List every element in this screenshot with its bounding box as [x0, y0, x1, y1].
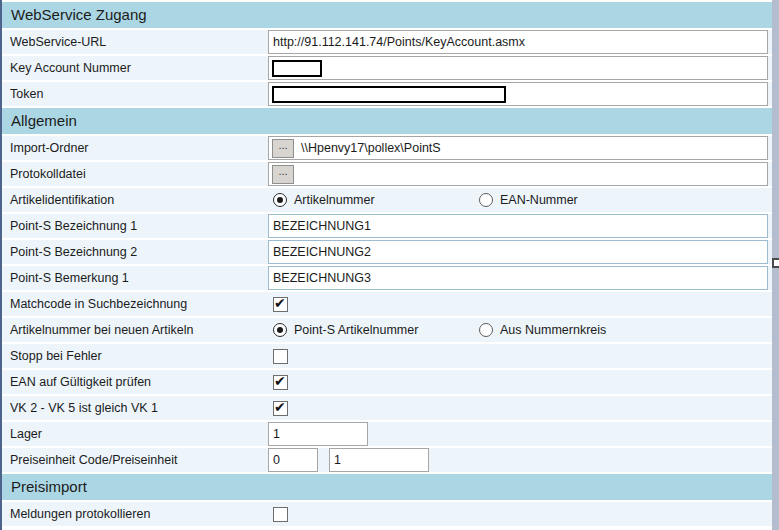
webservice-url-label: WebService-URL	[2, 35, 268, 49]
key-account-nummer-panel	[268, 56, 768, 80]
key-account-nummer-control	[268, 56, 768, 80]
row-matchcode: Matchcode in Suchbezeichnung ✔	[2, 292, 772, 316]
protokolldatei-panel: ...	[268, 162, 768, 186]
lager-control	[268, 422, 768, 446]
token-control	[268, 82, 768, 106]
bemerkung-1-input[interactable]	[268, 266, 768, 290]
token-label: Token	[2, 87, 268, 101]
webservice-url-input[interactable]	[268, 30, 768, 54]
lager-input[interactable]	[268, 422, 368, 446]
vk-gleich-label: VK 2 - VK 5 ist gleich VK 1	[2, 401, 268, 415]
ellipsis-icon: ...	[278, 139, 287, 151]
settings-form: WebService Zugang WebService-URL Key Acc…	[0, 0, 772, 530]
section-header-allgemein: Allgemein	[2, 108, 772, 134]
import-ordner-panel: ... \\Hpenvy17\pollex\PointS	[268, 136, 768, 160]
key-account-nummer-label: Key Account Nummer	[2, 61, 268, 75]
section-header-webservice: WebService Zugang	[2, 2, 772, 28]
protokolldatei-browse-button[interactable]: ...	[272, 165, 294, 184]
row-token: Token	[2, 82, 772, 106]
settings-page: WebService Zugang WebService-URL Key Acc…	[0, 0, 779, 530]
protokolldatei-label: Protokolldatei	[2, 167, 268, 181]
artikelnummer-radio[interactable]	[273, 193, 287, 207]
bezeichnung-1-control	[268, 214, 768, 238]
row-artikelnummer-neu: Artikelnummer bei neuen Artikeln Point-S…	[2, 318, 772, 342]
row-key-account-nummer: Key Account Nummer	[2, 56, 772, 80]
points-artikelnummer-option[interactable]: Point-S Artikelnummer	[273, 323, 479, 337]
bezeichnung-2-control	[268, 240, 768, 264]
matchcode-checkbox[interactable]: ✔	[273, 297, 288, 312]
scrollbar-handle[interactable]	[772, 258, 779, 268]
import-ordner-path: \\Hpenvy17\pollex\PointS	[301, 141, 441, 155]
row-preiseinheit: Preiseinheit Code/Preiseinheit	[2, 448, 772, 472]
row-import-ordner: Import-Ordner ... \\Hpenvy17\pollex\Poin…	[2, 136, 772, 160]
import-ordner-label: Import-Ordner	[2, 141, 268, 155]
ean-nummer-radio-label: EAN-Nummer	[500, 193, 578, 207]
preiseinheit-code-input[interactable]	[268, 448, 318, 472]
ean-pruefen-checkbox[interactable]: ✔	[273, 375, 288, 390]
bezeichnung-1-input[interactable]	[268, 214, 768, 238]
artikelnummer-neu-label: Artikelnummer bei neuen Artikeln	[2, 323, 268, 337]
points-artikelnummer-radio[interactable]	[273, 323, 287, 337]
bezeichnung-2-label: Point-S Bezeichnung 2	[2, 245, 268, 259]
meldungen-label: Meldungen protokollieren	[2, 507, 268, 521]
row-vk-gleich: VK 2 - VK 5 ist gleich VK 1 ✔	[2, 396, 772, 420]
artikelnummer-neu-control: Point-S Artikelnummer Aus Nummernkreis	[268, 318, 768, 342]
matchcode-control: ✔	[268, 292, 768, 316]
meldungen-control: ✔	[268, 502, 768, 526]
vk-gleich-control: ✔	[268, 396, 768, 420]
bezeichnung-2-input[interactable]	[268, 240, 768, 264]
ean-nummer-option[interactable]: EAN-Nummer	[479, 193, 578, 207]
aus-nummernkreis-option[interactable]: Aus Nummernkreis	[479, 323, 606, 337]
ean-pruefen-label: EAN auf Gültigkeit prüfen	[2, 375, 268, 389]
preiseinheit-control	[268, 448, 768, 472]
lager-label: Lager	[2, 427, 268, 441]
token-panel	[268, 82, 768, 106]
protokolldatei-control: ...	[268, 162, 768, 186]
stopp-bei-fehler-checkbox[interactable]: ✔	[273, 349, 288, 364]
row-bezeichnung-2: Point-S Bezeichnung 2	[2, 240, 772, 264]
check-icon: ✔	[274, 295, 286, 311]
row-artikelidentifikation: Artikelidentifikation Artikelnummer EAN-…	[2, 188, 772, 212]
preiseinheit-label: Preiseinheit Code/Preiseinheit	[2, 453, 268, 467]
meldungen-checkbox[interactable]: ✔	[273, 507, 288, 522]
bemerkung-1-control	[268, 266, 768, 290]
key-account-nummer-input[interactable]	[272, 60, 322, 77]
import-ordner-control: ... \\Hpenvy17\pollex\PointS	[268, 136, 768, 160]
bezeichnung-1-label: Point-S Bezeichnung 1	[2, 219, 268, 233]
row-lager: Lager	[2, 422, 772, 446]
check-icon: ✔	[274, 373, 286, 389]
aus-nummernkreis-radio[interactable]	[479, 323, 493, 337]
artikelidentifikation-label: Artikelidentifikation	[2, 193, 268, 207]
preiseinheit-einheit-input[interactable]	[329, 448, 429, 472]
vk-gleich-checkbox[interactable]: ✔	[273, 401, 288, 416]
webservice-url-control	[268, 30, 768, 54]
stopp-bei-fehler-control: ✔	[268, 344, 768, 368]
aus-nummernkreis-radio-label: Aus Nummernkreis	[500, 323, 606, 337]
bemerkung-1-label: Point-S Bemerkung 1	[2, 271, 268, 285]
artikelnummer-radio-label: Artikelnummer	[294, 193, 375, 207]
row-stopp-bei-fehler: Stopp bei Fehler ✔	[2, 344, 772, 368]
stopp-bei-fehler-label: Stopp bei Fehler	[2, 349, 268, 363]
ellipsis-icon: ...	[278, 165, 287, 177]
ean-nummer-radio[interactable]	[479, 193, 493, 207]
row-bemerkung-1: Point-S Bemerkung 1	[2, 266, 772, 290]
points-artikelnummer-radio-label: Point-S Artikelnummer	[294, 323, 418, 337]
section-header-preisimport: Preisimport	[2, 474, 772, 500]
row-protokolldatei: Protokolldatei ...	[2, 162, 772, 186]
matchcode-label: Matchcode in Suchbezeichnung	[2, 297, 268, 311]
ean-pruefen-control: ✔	[268, 370, 768, 394]
token-input[interactable]	[272, 86, 506, 103]
row-meldungen: Meldungen protokollieren ✔	[2, 502, 772, 526]
row-bezeichnung-1: Point-S Bezeichnung 1	[2, 214, 772, 238]
row-ean-pruefen: EAN auf Gültigkeit prüfen ✔	[2, 370, 772, 394]
artikelnummer-option[interactable]: Artikelnummer	[273, 193, 479, 207]
import-ordner-browse-button[interactable]: ...	[272, 139, 294, 158]
artikelidentifikation-control: Artikelnummer EAN-Nummer	[268, 188, 768, 212]
check-icon: ✔	[274, 399, 286, 415]
row-webservice-url: WebService-URL	[2, 30, 772, 54]
